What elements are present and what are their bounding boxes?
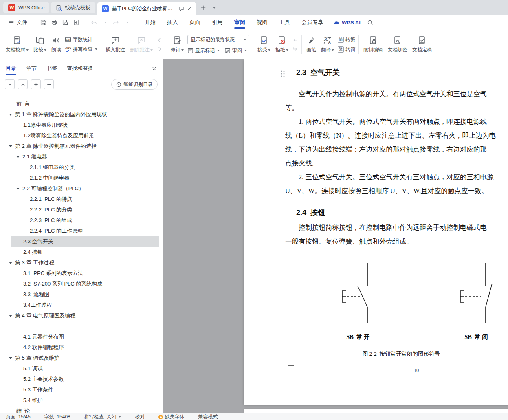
menu-tab-member[interactable]: 会员专享: [296, 15, 329, 30]
insert-comment-button[interactable]: 插入批注: [103, 32, 128, 57]
chevron-down-icon[interactable]: [9, 357, 12, 359]
zoom-in-button[interactable]: [31, 79, 41, 89]
toc-item[interactable]: 1.1除尘器应用现状: [0, 120, 163, 130]
toc-item[interactable]: 3.2 S7-200 系列 PLC 的系统构成: [0, 279, 163, 289]
toc-item[interactable]: 1.2喷雾除尘器特点及应用前景: [0, 130, 163, 141]
toc-item-current[interactable]: 2.3 空气开关: [11, 236, 159, 247]
proofread-button[interactable]: 文档校对: [3, 32, 31, 57]
sidebar-tab-chapters[interactable]: 章节: [26, 65, 37, 72]
chevron-down-icon[interactable]: [16, 188, 20, 190]
reject-button[interactable]: 拒绝: [273, 32, 291, 57]
read-aloud-button[interactable]: 朗读: [49, 32, 64, 57]
translate-button[interactable]: 文A 翻译: [319, 32, 336, 57]
review-button[interactable]: 审阅: [224, 47, 247, 54]
tab-wps-home[interactable]: W WPS Office: [3, 2, 49, 13]
toc-item[interactable]: 4.1 元器件分布图: [0, 332, 163, 342]
menu-tab-review[interactable]: 审阅: [229, 15, 251, 30]
undo-dropdown[interactable]: [99, 18, 110, 28]
toc-item[interactable]: 4.2 软件编程程序: [0, 342, 163, 353]
menu-tab-page[interactable]: 页面: [184, 15, 206, 30]
toc-item[interactable]: 结 论: [0, 406, 163, 413]
chevron-down-icon[interactable]: [16, 156, 20, 158]
pen-button[interactable]: 画笔: [304, 32, 319, 57]
menu-tab-home[interactable]: 开始: [139, 15, 161, 30]
toc-item[interactable]: 2.4 按钮: [0, 247, 163, 257]
spell-check-button[interactable]: ABC 拼写检查: [65, 46, 97, 53]
toc-item[interactable]: 5.1 调试: [0, 363, 163, 374]
to-traditional-button[interactable]: 简 转繁: [338, 36, 355, 43]
toc-item[interactable]: 前 言: [0, 99, 163, 109]
compare-button[interactable]: 比较: [31, 32, 49, 57]
chevron-down-icon[interactable]: [9, 315, 12, 317]
spell-check-status[interactable]: 拼写检查: 关闭: [84, 413, 121, 420]
zoom-out-button[interactable]: [44, 79, 54, 89]
missing-font-status[interactable]: A缺失字体: [158, 413, 184, 420]
toc-item[interactable]: 3.1 PPC 系列的表示方法: [0, 268, 163, 279]
toc-item[interactable]: 2.2.3 PLC 的组成: [0, 215, 163, 226]
menu-tab-insert[interactable]: 插入: [161, 15, 184, 30]
next-change-button[interactable]: [292, 46, 298, 52]
comment-bubble-icon[interactable]: [179, 6, 184, 11]
file-menu-button[interactable]: 文件: [5, 17, 31, 28]
to-simplified-button[interactable]: 繁 转简: [338, 46, 355, 53]
chevron-down-icon[interactable]: [9, 262, 12, 264]
print-preview-button[interactable]: [59, 18, 70, 28]
finalize-button[interactable]: 文档定稿: [410, 32, 434, 57]
search-button[interactable]: [365, 18, 376, 28]
previous-comment-button[interactable]: [156, 37, 163, 43]
toc-item[interactable]: 2.1 继电器: [0, 152, 163, 162]
accept-button[interactable]: 接受: [255, 32, 273, 57]
redo-dropdown[interactable]: [121, 18, 132, 28]
chevron-down-icon[interactable]: [9, 114, 12, 116]
restrict-editing-button[interactable]: 限制编辑: [361, 32, 385, 57]
next-comment-button[interactable]: [156, 46, 163, 52]
toc-item[interactable]: 2.1.2 中间继电器: [0, 173, 163, 183]
tab-template[interactable]: 找稿壳模板: [51, 2, 95, 13]
close-sidebar-icon[interactable]: [152, 66, 157, 71]
toc-item[interactable]: 3.4工作过程: [0, 300, 163, 310]
track-changes-button[interactable]: 修订: [168, 32, 186, 57]
toc-item[interactable]: 5.4 维护: [0, 395, 163, 406]
delete-comment-button[interactable]: 删除批注: [128, 32, 155, 57]
wps-ai-button[interactable]: WPS AI: [333, 19, 361, 26]
print-button[interactable]: [48, 18, 59, 28]
undo-button[interactable]: [88, 18, 99, 28]
word-count-status[interactable]: 字数: 15408: [44, 413, 70, 420]
toc-item[interactable]: 第 4 章 电气原理图及编程: [0, 310, 163, 321]
new-tab-button[interactable]: [198, 2, 209, 13]
chevron-down-icon[interactable]: [9, 145, 12, 147]
previous-change-button[interactable]: [292, 37, 298, 43]
toc-item[interactable]: 第 1 章 脉冲袋除尘器的国内外应用现状: [0, 109, 163, 120]
toc-item[interactable]: 2.2.4 PLC 的工作原理: [0, 226, 163, 236]
export-pdf-button[interactable]: [70, 18, 81, 28]
menu-tab-reference[interactable]: 引用: [206, 15, 229, 30]
compatibility-mode-status[interactable]: 兼容模式: [198, 413, 218, 420]
toc-item[interactable]: 5.3 工作条件: [0, 385, 163, 395]
sidebar-tab-contents[interactable]: 目录: [6, 65, 16, 72]
redo-button[interactable]: [110, 18, 121, 28]
word-count-button[interactable]: 123 字数统计: [65, 36, 97, 43]
page-indicator[interactable]: 页面: 15/45: [6, 413, 31, 420]
menu-tab-tools[interactable]: 工具: [273, 15, 296, 30]
tab-document[interactable]: W 基于PLC的冶金行业喷雾除尘技: [97, 2, 196, 15]
menu-tab-view[interactable]: 视图: [251, 15, 273, 30]
sidebar-tab-find-replace[interactable]: 查找和替换: [67, 65, 93, 72]
show-markup-button[interactable]: 显示标记: [187, 47, 220, 54]
paragraph-drag-handle-icon[interactable]: [280, 70, 286, 77]
document-page[interactable]: 2.3 空气开关 空气开关作为控制电源的开关。有两位式空气开关和三位是空气 等。…: [244, 59, 508, 405]
sidebar-tab-bookmarks[interactable]: 书签: [46, 65, 57, 72]
toc-item[interactable]: 2.2 可编程控制器（PLC）: [0, 183, 163, 194]
save-button[interactable]: [37, 18, 48, 28]
toc-item[interactable]: 2.1.1 继电器的分类: [0, 162, 163, 173]
proofread-status[interactable]: 校对: [135, 413, 145, 420]
markup-state-select[interactable]: 显示标记的最终状态: [187, 35, 249, 44]
tab-list-chevron[interactable]: [209, 2, 219, 13]
toc-item[interactable]: 第 5 章 调试及维护: [0, 353, 163, 363]
collapse-all-button[interactable]: [18, 79, 28, 89]
toc-item[interactable]: 第 3 章 工作过程: [0, 257, 163, 268]
smart-toc-button[interactable]: 智能识别目录: [111, 79, 158, 90]
toc-item[interactable]: 第 2 章 除尘器控制箱元器件的选择: [0, 141, 163, 152]
next-page-edge[interactable]: [244, 409, 508, 413]
close-tab-icon[interactable]: [187, 7, 191, 11]
toc-item[interactable]: 2.2.1 PLC 的特点: [0, 194, 163, 205]
